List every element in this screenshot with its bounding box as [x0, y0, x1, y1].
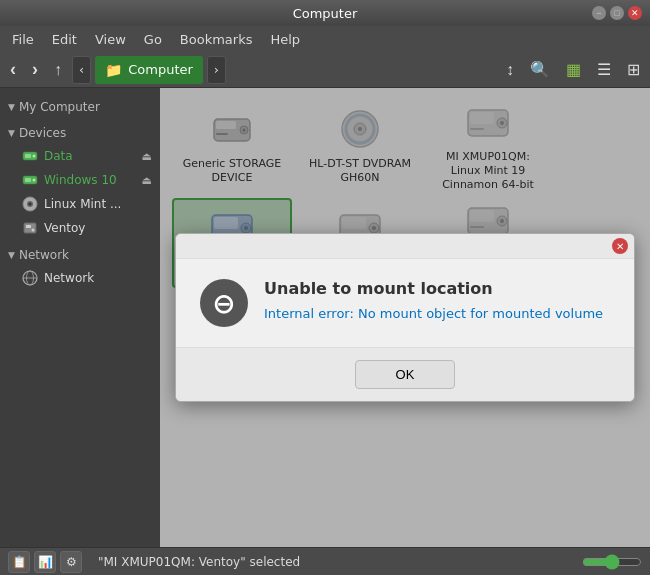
windows10-eject-icon[interactable]: ⏏: [142, 174, 152, 187]
dialog-content: Unable to mount location Internal error:…: [264, 279, 610, 321]
close-button[interactable]: ✕: [628, 6, 642, 20]
menubar: File Edit View Go Bookmarks Help: [0, 26, 650, 52]
up-button[interactable]: ↑: [48, 56, 68, 84]
location-bar[interactable]: 📁 Computer: [95, 56, 203, 84]
network-section: ▼ Network Network: [0, 244, 160, 290]
sidebar-item-windows10[interactable]: Windows 10 ⏏: [0, 168, 160, 192]
svg-point-2: [33, 155, 36, 158]
minimize-button[interactable]: −: [592, 6, 606, 20]
toolbar: ‹ › ↑ ‹ 📁 Computer › ↕ 🔍 ▦ ☰ ⊞: [0, 52, 650, 88]
location-folder-icon: 📁: [105, 62, 122, 78]
svg-point-11: [32, 229, 35, 232]
error-dialog: ✕ ⊖ Unable to mount location Internal er…: [175, 233, 635, 402]
menu-go[interactable]: Go: [136, 29, 170, 50]
forward-button[interactable]: ›: [26, 56, 44, 84]
file-area: Generic STORAGE DEVICE HL-DT-ST DVDRAM G…: [160, 88, 650, 547]
statusbar: 📋 📊 ⚙ "MI XMUP01QM: Ventoy" selected: [0, 547, 650, 575]
network-label: Network: [19, 248, 69, 262]
devices-header[interactable]: ▼ Devices: [0, 122, 160, 144]
network-item-label: Network: [44, 271, 94, 285]
network-icon: [22, 270, 38, 286]
search-button[interactable]: 🔍: [524, 56, 556, 84]
svg-rect-4: [25, 178, 31, 182]
linuxmint-label: Linux Mint ...: [44, 197, 121, 211]
sidebar-item-linuxmint[interactable]: Linux Mint ...: [0, 192, 160, 216]
menu-file[interactable]: File: [4, 29, 42, 50]
dialog-body: ⊖ Unable to mount location Internal erro…: [176, 259, 634, 347]
menu-edit[interactable]: Edit: [44, 29, 85, 50]
window-title: Computer: [58, 6, 592, 21]
my-computer-label: My Computer: [19, 100, 100, 114]
sidebar-item-ventoy[interactable]: Ventoy: [0, 216, 160, 240]
window-controls: − □ ✕: [592, 6, 642, 20]
windows10-drive-icon: [22, 172, 38, 188]
devices-label: Devices: [19, 126, 66, 140]
data-drive-icon: [22, 148, 38, 164]
statusbar-icon-1[interactable]: 📋: [8, 551, 30, 573]
statusbar-icons: 📋 📊 ⚙: [8, 551, 82, 573]
dialog-header: ✕: [176, 234, 634, 259]
data-eject-icon[interactable]: ⏏: [142, 150, 152, 163]
my-computer-header[interactable]: ▼ My Computer: [0, 96, 160, 118]
menu-help[interactable]: Help: [262, 29, 308, 50]
my-computer-arrow: ▼: [8, 102, 15, 112]
toolbar-right: ↕ 🔍 ▦ ☰ ⊞: [500, 56, 646, 84]
titlebar: Computer − □ ✕: [0, 0, 650, 26]
dialog-overlay: ✕ ⊖ Unable to mount location Internal er…: [160, 88, 650, 547]
dialog-ok-button[interactable]: OK: [355, 360, 456, 389]
svg-point-5: [33, 179, 36, 182]
view-compact-button[interactable]: ⊞: [621, 56, 646, 84]
dialog-error-icon: ⊖: [200, 279, 248, 327]
svg-point-8: [29, 203, 32, 206]
sort-button[interactable]: ↕: [500, 56, 520, 84]
network-header[interactable]: ▼ Network: [0, 244, 160, 266]
ventoy-label: Ventoy: [44, 221, 85, 235]
linuxmint-drive-icon: [22, 196, 38, 212]
menu-bookmarks[interactable]: Bookmarks: [172, 29, 261, 50]
dialog-footer: OK: [176, 347, 634, 401]
main-area: ▼ My Computer ▼ Devices Data ⏏: [0, 88, 650, 547]
svg-rect-1: [25, 154, 31, 158]
statusbar-icon-3[interactable]: ⚙: [60, 551, 82, 573]
devices-section: ▼ Devices Data ⏏ Windows 10 ⏏: [0, 122, 160, 240]
data-label: Data: [44, 149, 73, 163]
zoom-slider[interactable]: [582, 554, 642, 570]
statusbar-text: "MI XMUP01QM: Ventoy" selected: [98, 555, 574, 569]
dialog-message: Internal error: No mount object for moun…: [264, 306, 610, 321]
sidebar: ▼ My Computer ▼ Devices Data ⏏: [0, 88, 160, 547]
menu-view[interactable]: View: [87, 29, 134, 50]
windows10-label: Windows 10: [44, 173, 117, 187]
window: Computer − □ ✕ File Edit View Go Bookmar…: [0, 0, 650, 575]
view-grid-button[interactable]: ▦: [560, 56, 587, 84]
sidebar-item-network[interactable]: Network: [0, 266, 160, 290]
dialog-title: Unable to mount location: [264, 279, 610, 298]
devices-arrow: ▼: [8, 128, 15, 138]
dialog-close-button[interactable]: ✕: [612, 238, 628, 254]
network-arrow: ▼: [8, 250, 15, 260]
location-label: Computer: [128, 62, 193, 77]
statusbar-icon-2[interactable]: 📊: [34, 551, 56, 573]
my-computer-section: ▼ My Computer: [0, 96, 160, 118]
svg-rect-10: [26, 225, 31, 228]
view-list-button[interactable]: ☰: [591, 56, 617, 84]
sidebar-item-data[interactable]: Data ⏏: [0, 144, 160, 168]
back-button[interactable]: ‹: [4, 56, 22, 84]
maximize-button[interactable]: □: [610, 6, 624, 20]
ventoy-drive-icon: [22, 220, 38, 236]
next-location-button[interactable]: ›: [207, 56, 226, 84]
prev-location-button[interactable]: ‹: [72, 56, 91, 84]
